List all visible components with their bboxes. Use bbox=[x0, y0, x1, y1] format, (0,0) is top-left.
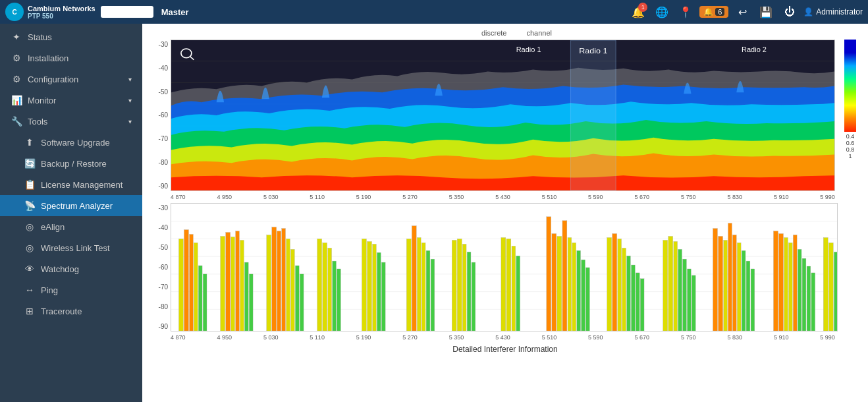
svg-rect-44 bbox=[362, 239, 367, 331]
sidebar-item-traceroute[interactable]: ⊞ Traceroute bbox=[0, 301, 142, 322]
svg-rect-99 bbox=[784, 237, 788, 331]
svg-rect-72 bbox=[586, 268, 590, 331]
svg-rect-59 bbox=[472, 262, 475, 331]
svg-rect-60 bbox=[501, 237, 506, 331]
configuration-icon: ⚙ bbox=[11, 74, 22, 84]
sidebar-item-ping[interactable]: ↔ Ping bbox=[0, 279, 142, 301]
alarm-button[interactable]: 🔔 6 bbox=[699, 6, 728, 18]
device-name bbox=[101, 6, 153, 18]
logo-text: Cambium Networks PTP 550 bbox=[28, 5, 95, 20]
svg-rect-87 bbox=[692, 275, 695, 331]
sidebar-item-spectrum-analyzer[interactable]: 📡 Spectrum Analyzer bbox=[0, 195, 142, 216]
installation-icon: ⚙ bbox=[11, 53, 22, 63]
svg-rect-94 bbox=[742, 250, 746, 331]
svg-rect-24 bbox=[221, 236, 225, 331]
svg-rect-50 bbox=[412, 226, 416, 331]
svg-rect-65 bbox=[552, 234, 556, 331]
monitor-icon: 📊 bbox=[11, 95, 22, 105]
sidebar-item-status[interactable]: ✦ Status bbox=[0, 26, 142, 47]
chart-top-labels: discrete channel bbox=[171, 29, 863, 37]
svg-rect-27 bbox=[236, 231, 240, 331]
location-button[interactable]: 📍 bbox=[676, 2, 695, 22]
svg-rect-54 bbox=[431, 259, 435, 331]
svg-rect-62 bbox=[512, 246, 516, 331]
svg-text:Radio 1: Radio 1 bbox=[579, 47, 607, 55]
svg-rect-90 bbox=[724, 240, 728, 331]
legend-blue bbox=[844, 40, 856, 53]
sidebar-item-ealign[interactable]: ◎ eAlign bbox=[0, 216, 142, 237]
spectrum-svg: Radio 1 bbox=[171, 40, 834, 190]
legend-orange-red bbox=[844, 119, 856, 132]
power-button[interactable]: ⏻ bbox=[780, 2, 800, 22]
header-icons: 🔔 1 🌐 📍 🔔 6 ↩ 💾 ⏻ 👤 Administrator bbox=[628, 2, 863, 22]
spectrum-x-axis: 4 8704 9505 0305 1105 1905 2705 3505 430… bbox=[171, 194, 835, 200]
discrete-label: discrete bbox=[481, 29, 507, 37]
svg-rect-51 bbox=[417, 237, 421, 331]
svg-rect-107 bbox=[828, 243, 833, 331]
svg-rect-47 bbox=[377, 252, 381, 331]
sidebar-item-software-upgrade[interactable]: ⬆ Software Upgrade bbox=[0, 132, 142, 153]
svg-rect-64 bbox=[547, 217, 551, 331]
globe-button[interactable]: 🌐 bbox=[652, 2, 672, 22]
undo-button[interactable]: ↩ bbox=[732, 2, 752, 22]
backup-restore-icon: 🔄 bbox=[24, 158, 36, 169]
svg-rect-86 bbox=[688, 269, 692, 331]
svg-rect-100 bbox=[788, 243, 792, 331]
svg-rect-41 bbox=[328, 248, 332, 331]
content-area: discrete channel -30 -40 -50 -60 -70 -80… bbox=[142, 24, 868, 402]
svg-rect-76 bbox=[622, 248, 626, 331]
notification-button[interactable]: 🔔 1 bbox=[628, 2, 648, 22]
spectrum-chart-row: -30 -40 -50 -60 -70 -80 -90 bbox=[148, 40, 863, 191]
legend-yellow bbox=[844, 92, 856, 105]
svg-rect-81 bbox=[663, 240, 668, 331]
svg-rect-20 bbox=[190, 235, 194, 331]
sidebar-item-wireless-link-test[interactable]: ◎ Wireless Link Test bbox=[0, 237, 142, 258]
svg-rect-71 bbox=[582, 260, 585, 331]
sidebar-item-configuration[interactable]: ⚙ Configuration bbox=[0, 69, 142, 90]
svg-rect-75 bbox=[618, 239, 622, 331]
svg-rect-58 bbox=[467, 252, 471, 331]
svg-rect-19 bbox=[184, 230, 189, 331]
svg-rect-48 bbox=[381, 262, 385, 331]
legend-green-yellow bbox=[844, 79, 856, 92]
sidebar-item-license-management[interactable]: 📋 License Management bbox=[0, 174, 142, 195]
svg-rect-88 bbox=[713, 229, 718, 331]
svg-rect-45 bbox=[367, 241, 372, 331]
svg-rect-68 bbox=[568, 237, 572, 331]
wireless-link-test-icon: ◎ bbox=[24, 243, 36, 253]
sidebar-item-watchdog[interactable]: 👁 Watchdog bbox=[0, 258, 142, 279]
sidebar-item-tools[interactable]: 🔧 Tools bbox=[0, 111, 142, 132]
save-button[interactable]: 💾 bbox=[756, 2, 776, 22]
svg-rect-98 bbox=[779, 234, 784, 331]
svg-rect-106 bbox=[823, 237, 828, 331]
bar-y-axis: -30 -40 -50 -60 -70 -80 -90 bbox=[148, 203, 171, 331]
svg-rect-26 bbox=[231, 237, 235, 331]
svg-rect-53 bbox=[426, 250, 430, 331]
svg-rect-61 bbox=[506, 239, 511, 331]
svg-rect-63 bbox=[516, 256, 520, 331]
svg-rect-35 bbox=[286, 239, 290, 331]
legend-cyan-green bbox=[844, 66, 856, 79]
svg-rect-36 bbox=[291, 249, 295, 331]
ping-icon: ↔ bbox=[24, 285, 36, 295]
bar-x-axis: 4 8704 9505 0305 1105 1905 2705 3505 430… bbox=[171, 334, 835, 341]
license-icon: 📋 bbox=[24, 179, 36, 190]
sidebar-item-backup-restore[interactable]: 🔄 Backup / Restore bbox=[0, 153, 142, 174]
sidebar-item-monitor[interactable]: 📊 Monitor bbox=[0, 90, 142, 111]
svg-rect-42 bbox=[333, 261, 337, 331]
notification-badge: 1 bbox=[638, 3, 647, 12]
sidebar-item-installation[interactable]: ⚙ Installation bbox=[0, 47, 142, 69]
svg-rect-38 bbox=[300, 274, 304, 331]
svg-rect-37 bbox=[295, 266, 299, 331]
svg-rect-66 bbox=[557, 236, 562, 331]
alarm-count: 6 bbox=[715, 8, 724, 16]
svg-rect-96 bbox=[751, 269, 755, 331]
svg-rect-25 bbox=[226, 233, 231, 331]
svg-rect-34 bbox=[282, 229, 286, 331]
svg-rect-7 bbox=[570, 40, 616, 190]
svg-rect-93 bbox=[737, 243, 741, 331]
svg-rect-31 bbox=[267, 235, 271, 331]
svg-rect-73 bbox=[607, 237, 612, 331]
tools-icon: 🔧 bbox=[11, 116, 22, 127]
svg-rect-103 bbox=[802, 258, 806, 331]
